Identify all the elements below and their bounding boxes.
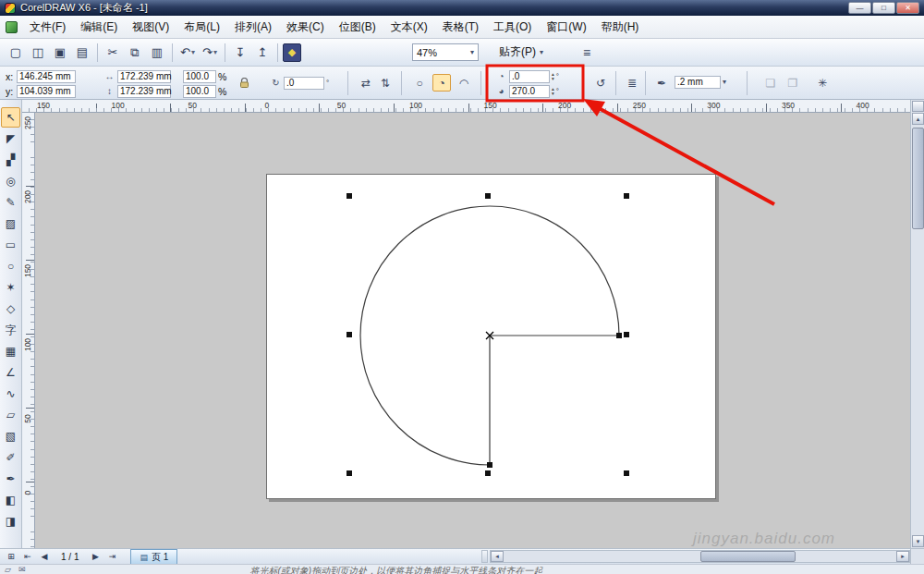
start-angle-field[interactable]: .0 bbox=[509, 70, 550, 83]
add-page-button[interactable]: ⊞ bbox=[4, 550, 18, 563]
undo-button[interactable]: ↶▾ bbox=[177, 43, 198, 63]
spin-down-icon[interactable]: ▾ bbox=[552, 92, 554, 96]
text-wrap-button[interactable]: ≣ bbox=[623, 74, 641, 92]
selection-handle[interactable] bbox=[624, 193, 629, 199]
interactive-fill-tool[interactable]: ◨ bbox=[1, 511, 20, 531]
connector-tool[interactable]: ∿ bbox=[1, 384, 20, 404]
selection-handle[interactable] bbox=[624, 470, 629, 476]
close-button[interactable]: ✕ bbox=[896, 2, 919, 14]
lock-ratio-button[interactable] bbox=[235, 74, 253, 92]
scroll-up-button[interactable]: ▴ bbox=[912, 113, 924, 125]
zoom-level-combo[interactable]: 47% ▾ bbox=[412, 43, 479, 61]
outline-width-combo[interactable]: .2 mm ▾ bbox=[675, 75, 726, 89]
selection-handle[interactable] bbox=[624, 332, 629, 337]
selection-handle[interactable] bbox=[346, 470, 352, 476]
import-button[interactable]: ↧ bbox=[230, 43, 250, 63]
drawing-canvas[interactable] bbox=[35, 113, 910, 548]
object-height-field[interactable]: 172.239 mm bbox=[117, 85, 171, 98]
pie-mode-button[interactable]: ◔ bbox=[432, 74, 451, 92]
horizontal-ruler[interactable]: 15010050050100150200250300350400 bbox=[22, 100, 910, 113]
selection-handle[interactable] bbox=[485, 193, 491, 199]
horizontal-scrollbar[interactable]: ◂ ▸ bbox=[490, 550, 910, 563]
menu-item[interactable]: 位图(B) bbox=[332, 17, 383, 38]
menu-item[interactable]: 工具(O) bbox=[486, 17, 539, 38]
application-launcher-button[interactable]: ◆ bbox=[283, 43, 301, 62]
selection-handle[interactable] bbox=[346, 332, 352, 337]
save-button[interactable]: ▣ bbox=[50, 43, 70, 63]
fill-tool[interactable]: ◧ bbox=[1, 490, 20, 510]
page-tab[interactable]: ▤ 页 1 bbox=[130, 549, 177, 564]
last-page-button[interactable]: ⇥ bbox=[104, 550, 119, 563]
paste-button[interactable]: ▥ bbox=[147, 43, 167, 63]
outline-width-field[interactable]: .2 mm bbox=[675, 76, 721, 89]
scale-y-field[interactable]: 100.0 bbox=[183, 85, 216, 98]
smart-fill-tool[interactable]: ▨ bbox=[1, 214, 20, 234]
object-width-field[interactable]: 172.239 mm bbox=[117, 70, 171, 83]
pick-tool[interactable]: ↖ bbox=[1, 107, 20, 128]
pane-splitter[interactable] bbox=[481, 550, 488, 563]
previous-page-button[interactable]: ◀ bbox=[37, 550, 52, 563]
menu-item[interactable]: 排列(A) bbox=[227, 17, 279, 38]
end-angle-spinner[interactable]: ▴ ▾ bbox=[552, 87, 554, 95]
scroll-left-button[interactable]: ◂ bbox=[491, 551, 504, 562]
menu-item[interactable]: 文件(F) bbox=[22, 17, 73, 38]
mirror-vertical-button[interactable]: ⇅ bbox=[376, 74, 395, 92]
copy-button[interactable]: ⧉ bbox=[125, 43, 145, 63]
open-button[interactable]: ◫ bbox=[28, 43, 48, 63]
shape-tool[interactable]: ◤ bbox=[1, 128, 20, 149]
mirror-horizontal-button[interactable]: ⇄ bbox=[357, 74, 375, 92]
rectangle-tool[interactable]: ▭ bbox=[1, 235, 20, 255]
menu-item[interactable]: 视图(V) bbox=[125, 17, 176, 38]
menu-item[interactable]: 编辑(E) bbox=[73, 17, 125, 38]
change-direction-button[interactable]: ↺ bbox=[591, 74, 610, 92]
minimize-button[interactable]: — bbox=[848, 2, 871, 14]
chevron-down-icon[interactable]: ▾ bbox=[723, 78, 726, 86]
text-tool[interactable]: 字 bbox=[1, 320, 20, 340]
options-button[interactable]: ≡ bbox=[577, 43, 597, 63]
menu-item[interactable]: 窗口(W) bbox=[539, 17, 593, 38]
scale-x-field[interactable]: 100.0 bbox=[183, 70, 216, 83]
end-angle-field[interactable]: 270.0 bbox=[509, 85, 550, 98]
first-page-button[interactable]: ⇤ bbox=[20, 550, 35, 563]
dimension-tool[interactable]: ∠ bbox=[1, 362, 20, 383]
arc-end-node[interactable] bbox=[487, 462, 492, 468]
x-position-field[interactable]: 146.245 mm bbox=[17, 70, 76, 83]
selection-handle[interactable] bbox=[485, 470, 491, 476]
transparency-tool[interactable]: ▧ bbox=[1, 426, 20, 446]
ellipse-mode-button[interactable]: ○ bbox=[410, 74, 429, 92]
next-page-button[interactable]: ▶ bbox=[88, 550, 103, 563]
blend-tool[interactable]: ▱ bbox=[1, 405, 20, 425]
vertical-scroll-thumb[interactable] bbox=[912, 128, 924, 229]
vertical-scrollbar[interactable]: ▴ ▾ bbox=[910, 100, 924, 548]
outline-pen-tool[interactable]: ✒ bbox=[1, 469, 20, 489]
arc-end-node[interactable] bbox=[616, 333, 622, 338]
print-button[interactable]: ▤ bbox=[72, 43, 92, 63]
arc-mode-button[interactable]: ◠ bbox=[455, 74, 473, 92]
zoom-tool[interactable]: ◎ bbox=[1, 171, 20, 191]
menu-item[interactable]: 效果(C) bbox=[279, 17, 332, 38]
spin-down-icon[interactable]: ▾ bbox=[552, 77, 554, 81]
maximize-button[interactable]: □ bbox=[872, 2, 895, 14]
redo-button[interactable]: ↷▾ bbox=[200, 43, 220, 63]
rotation-angle-field[interactable]: .0 bbox=[284, 77, 324, 90]
polygon-tool[interactable]: ✶ bbox=[1, 277, 20, 298]
menu-item[interactable]: 文本(X) bbox=[383, 17, 435, 38]
scroll-right-button[interactable]: ▸ bbox=[896, 551, 909, 562]
eyedropper-tool[interactable]: ✐ bbox=[1, 447, 20, 468]
quick-customize-button[interactable]: ✳ bbox=[813, 74, 832, 92]
table-tool[interactable]: ▦ bbox=[1, 341, 20, 361]
new-document-button[interactable]: ▢ bbox=[6, 43, 26, 63]
start-angle-spinner[interactable]: ▴ ▾ bbox=[552, 72, 554, 80]
y-position-field[interactable]: 104.039 mm bbox=[17, 85, 76, 98]
ellipse-tool[interactable]: ○ bbox=[1, 256, 20, 276]
export-button[interactable]: ↥ bbox=[252, 43, 273, 63]
menu-item[interactable]: 表格(T) bbox=[435, 17, 486, 38]
menu-item[interactable]: 布局(L) bbox=[176, 17, 227, 38]
ruler-options-button[interactable] bbox=[912, 101, 924, 112]
scroll-down-button[interactable]: ▾ bbox=[912, 535, 924, 547]
crop-tool[interactable]: ▞ bbox=[1, 150, 20, 170]
selection-handle[interactable] bbox=[346, 193, 352, 199]
snap-to-menu-button[interactable]: 贴齐(P) ▾ bbox=[493, 43, 549, 62]
horizontal-scroll-thumb[interactable] bbox=[700, 551, 796, 562]
vertical-ruler[interactable]: 250200150100500 bbox=[22, 113, 35, 548]
